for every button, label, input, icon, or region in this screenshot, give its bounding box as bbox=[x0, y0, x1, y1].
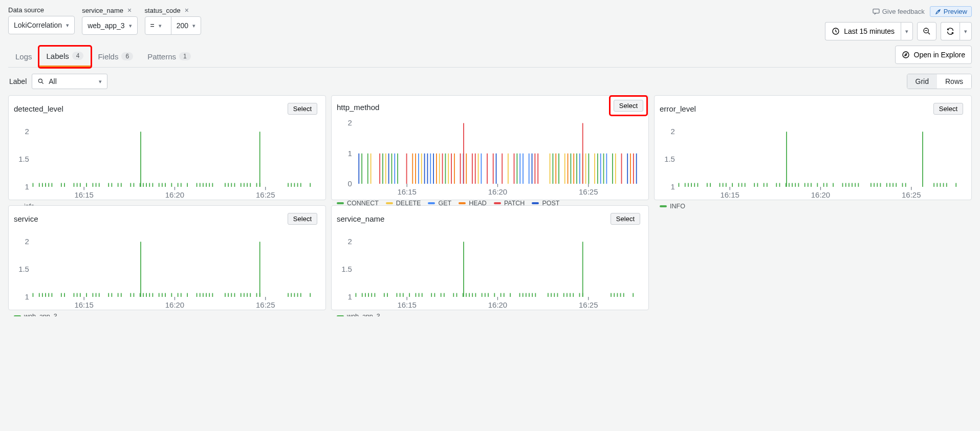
svg-text:16:20: 16:20 bbox=[488, 187, 507, 196]
svg-text:1.5: 1.5 bbox=[18, 155, 29, 163]
svg-rect-0 bbox=[873, 9, 879, 13]
open-in-explore-button[interactable]: Open in Explore bbox=[895, 46, 972, 64]
status-code-select[interactable]: = ▾ 200 ▾ bbox=[145, 16, 202, 35]
svg-text:16:25: 16:25 bbox=[579, 300, 598, 309]
select-button[interactable]: Select bbox=[614, 100, 643, 112]
remove-status-filter-button[interactable]: × bbox=[184, 6, 190, 14]
datasource-select[interactable]: LokiCorrelation ▾ bbox=[8, 16, 75, 34]
tab-labels[interactable]: Labels 4 bbox=[39, 47, 91, 67]
svg-text:2: 2 bbox=[25, 237, 29, 246]
svg-point-1 bbox=[939, 10, 940, 11]
svg-text:1: 1 bbox=[348, 292, 352, 301]
label-filter-value: All bbox=[49, 77, 95, 85]
svg-text:2: 2 bbox=[348, 118, 352, 127]
tab-fields[interactable]: Fields 6 bbox=[91, 47, 140, 66]
panel-title: error_level bbox=[660, 104, 696, 113]
legend-swatch bbox=[337, 202, 344, 204]
svg-text:16:25: 16:25 bbox=[256, 300, 275, 309]
panels-grid: detected_levelSelect21.5116:1516:2016:25… bbox=[8, 95, 972, 310]
legend: web_app_3 bbox=[337, 312, 643, 316]
panel-title: http_method bbox=[337, 103, 379, 112]
compass-icon bbox=[902, 51, 910, 59]
legend: web_app_3 bbox=[14, 312, 320, 316]
legend-item[interactable]: web_app_3 bbox=[14, 313, 57, 316]
svg-text:1: 1 bbox=[25, 182, 29, 191]
panel-detected_level: detected_levelSelect21.5116:1516:2016:25… bbox=[8, 95, 326, 200]
panel-title: service bbox=[14, 214, 38, 223]
svg-text:16:25: 16:25 bbox=[902, 190, 921, 199]
chevron-down-icon: ▾ bbox=[192, 23, 195, 29]
time-range-dropdown-button[interactable]: ▾ bbox=[901, 22, 913, 40]
select-button[interactable]: Select bbox=[288, 103, 317, 115]
service-name-select[interactable]: web_app_3 ▾ bbox=[82, 16, 137, 35]
chart[interactable]: 21.5116:1516:2016:25 bbox=[660, 120, 966, 200]
legend-swatch bbox=[459, 202, 466, 204]
svg-text:16:25: 16:25 bbox=[579, 187, 598, 196]
search-icon bbox=[37, 78, 45, 85]
panel-service: serviceSelect21.5116:1516:2016:25web_app… bbox=[8, 205, 326, 310]
svg-text:1: 1 bbox=[671, 182, 675, 191]
remove-service-filter-button[interactable]: × bbox=[126, 6, 133, 14]
filter-row: Data source LokiCorrelation ▾ service_na… bbox=[8, 6, 972, 40]
comment-icon bbox=[872, 8, 880, 16]
svg-text:16:20: 16:20 bbox=[165, 190, 184, 199]
patterns-count-badge: 1 bbox=[179, 52, 191, 60]
fields-count-badge: 6 bbox=[121, 52, 133, 60]
legend-swatch bbox=[660, 205, 667, 207]
legend-item[interactable]: web_app_3 bbox=[337, 313, 380, 316]
view-mode-rows[interactable]: Rows bbox=[937, 74, 971, 89]
datasource-label: Data source bbox=[8, 6, 75, 14]
tab-logs[interactable]: Logs bbox=[8, 47, 39, 66]
svg-text:2: 2 bbox=[671, 127, 675, 136]
select-button[interactable]: Select bbox=[933, 103, 963, 115]
chevron-down-icon: ▾ bbox=[99, 78, 102, 85]
legend: INFO bbox=[660, 202, 966, 210]
chevron-down-icon: ▾ bbox=[964, 28, 967, 35]
toolbar: Give feedback Preview Last 15 minutes ▾ bbox=[825, 6, 972, 40]
chart[interactable]: 21.5116:1516:2016:25 bbox=[337, 230, 643, 310]
panel-error_level: error_levelSelect21.5116:1516:2016:25INF… bbox=[654, 95, 972, 200]
legend-swatch bbox=[337, 315, 344, 316]
give-feedback-link[interactable]: Give feedback bbox=[872, 8, 925, 16]
svg-text:16:15: 16:15 bbox=[720, 190, 739, 199]
label-filter-select[interactable]: All ▾ bbox=[32, 74, 107, 89]
panel-title: detected_level bbox=[14, 104, 63, 113]
service-name-label: service_name bbox=[82, 7, 123, 14]
view-mode-grid[interactable]: Grid bbox=[907, 74, 937, 89]
legend-swatch bbox=[386, 202, 393, 204]
tab-patterns[interactable]: Patterns 1 bbox=[140, 47, 198, 66]
tabs: Logs Labels 4 Fields 6 Patterns 1 Open i… bbox=[8, 46, 972, 68]
status-operator-select[interactable]: = ▾ bbox=[145, 17, 167, 34]
panel-service_name: service_nameSelect21.5116:1516:2016:25we… bbox=[331, 205, 649, 310]
status-value: 200 bbox=[177, 21, 188, 30]
chart[interactable]: 21.5116:1516:2016:25 bbox=[14, 230, 320, 310]
time-range-picker[interactable]: Last 15 minutes ▾ bbox=[825, 22, 913, 40]
datasource-value: LokiCorrelation bbox=[14, 21, 62, 29]
svg-text:16:15: 16:15 bbox=[74, 300, 93, 309]
svg-text:1.5: 1.5 bbox=[664, 155, 675, 163]
labels-count-badge: 4 bbox=[72, 52, 84, 60]
refresh-interval-dropdown-button[interactable]: ▾ bbox=[960, 22, 972, 40]
panel-http_method: http_methodSelect21016:1516:2016:25CONNE… bbox=[331, 95, 649, 200]
time-range-value: Last 15 minutes bbox=[844, 27, 895, 35]
zoom-out-button[interactable] bbox=[917, 22, 937, 40]
refresh-button[interactable] bbox=[941, 22, 960, 40]
svg-text:16:15: 16:15 bbox=[74, 190, 93, 199]
legend-swatch bbox=[494, 202, 501, 204]
status-operator-value: = bbox=[150, 21, 155, 30]
view-mode-toggle: Grid Rows bbox=[907, 74, 972, 89]
legend-swatch bbox=[532, 202, 539, 204]
legend-item[interactable]: INFO bbox=[660, 203, 685, 210]
select-button[interactable]: Select bbox=[611, 213, 640, 225]
status-code-label: status_code bbox=[145, 7, 181, 14]
refresh-picker[interactable]: ▾ bbox=[941, 22, 972, 40]
chart[interactable]: 21016:1516:2016:25 bbox=[337, 117, 643, 197]
select-button[interactable]: Select bbox=[288, 213, 317, 225]
datasource-filter: Data source LokiCorrelation ▾ bbox=[8, 6, 75, 34]
status-value-select[interactable]: 200 ▾ bbox=[171, 17, 201, 34]
svg-text:16:20: 16:20 bbox=[488, 300, 507, 309]
svg-text:1: 1 bbox=[25, 292, 29, 301]
chart[interactable]: 21.5116:1516:2016:25 bbox=[14, 120, 320, 200]
svg-text:1.5: 1.5 bbox=[18, 265, 29, 273]
preview-button[interactable]: Preview bbox=[930, 6, 972, 17]
